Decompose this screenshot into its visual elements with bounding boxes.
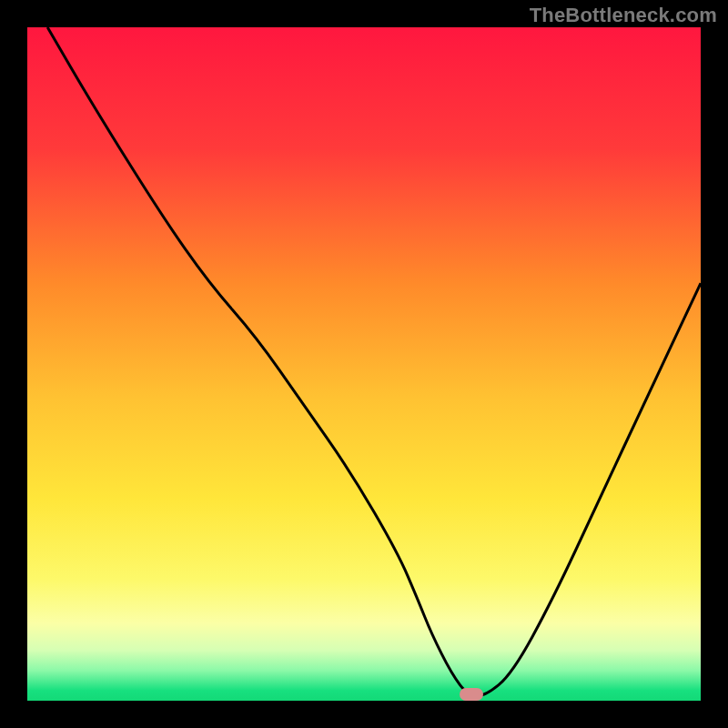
watermark-text: TheBottleneck.com [530,4,717,27]
optimal-point-marker [460,688,483,701]
chart-plot-area [27,27,701,701]
chart-frame: TheBottleneck.com [0,0,728,728]
chart-background-gradient [27,27,701,701]
chart-svg [27,27,701,701]
